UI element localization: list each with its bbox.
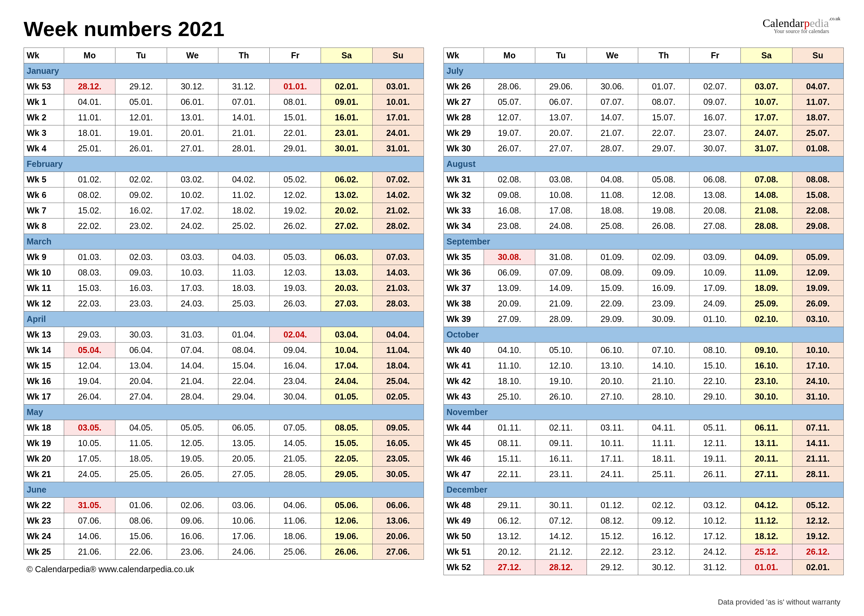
week-row: Wk 3423.08.24.08.25.08.26.08.27.08.28.08…: [444, 218, 844, 234]
date-cell: 05.08.: [638, 172, 689, 187]
date-cell: 09.02.: [115, 187, 167, 203]
week-label: Wk 17: [24, 389, 64, 405]
date-cell: 19.06.: [321, 529, 372, 544]
date-cell: 07.06.: [64, 513, 115, 529]
date-cell: 11.06.: [270, 513, 321, 529]
date-cell: 06.11.: [741, 420, 792, 435]
date-cell: 06.12.: [484, 513, 535, 529]
week-row: Wk 1910.05.11.05.12.05.13.05.14.05.15.05…: [24, 435, 424, 451]
date-cell: 02.12.: [638, 498, 689, 513]
date-cell: 17.01.: [372, 110, 424, 126]
col-header: Tu: [535, 48, 587, 63]
date-cell: 12.05.: [167, 435, 218, 451]
date-cell: 20.11.: [741, 451, 792, 467]
col-header: Th: [638, 48, 689, 63]
date-cell: 09.06.: [167, 513, 218, 529]
date-cell: 13.03.: [321, 265, 372, 281]
date-cell: 02.04.: [270, 327, 321, 343]
week-row: Wk 1405.04.06.04.07.04.08.04.09.04.10.04…: [24, 343, 424, 358]
week-label: Wk 34: [444, 218, 484, 234]
week-row: Wk 1115.03.16.03.17.03.18.03.19.03.20.03…: [24, 281, 424, 296]
date-cell: 09.05.: [372, 420, 424, 435]
date-cell: 20.02.: [321, 203, 372, 218]
week-row: Wk 2231.05.01.06.02.06.03.06.04.06.05.06…: [24, 498, 424, 513]
week-label: Wk 52: [444, 560, 484, 575]
date-cell: 19.12.: [792, 529, 844, 544]
date-cell: 13.11.: [741, 435, 792, 451]
date-cell: 22.04.: [218, 374, 269, 389]
week-label: Wk 4: [24, 141, 64, 156]
date-cell: 26.11.: [689, 467, 741, 482]
date-cell: 29.10.: [689, 389, 741, 405]
week-label: Wk 11: [24, 281, 64, 296]
week-label: Wk 9: [24, 250, 64, 265]
week-row: Wk 4615.11.16.11.17.11.18.11.19.11.20.11…: [444, 451, 844, 467]
week-row: Wk 211.01.12.01.13.01.14.01.15.01.16.01.…: [24, 110, 424, 126]
week-label: Wk 16: [24, 374, 64, 389]
date-cell: 29.04.: [218, 389, 269, 405]
date-cell: 03.04.: [321, 327, 372, 343]
date-cell: 01.03.: [64, 250, 115, 265]
col-header: Th: [218, 48, 269, 63]
date-cell: 07.03.: [372, 250, 424, 265]
date-cell: 22.06.: [115, 544, 167, 560]
week-label: Wk 30: [444, 141, 484, 156]
date-cell: 01.05.: [321, 389, 372, 405]
week-row: Wk 2705.07.06.07.07.07.08.07.09.07.10.07…: [444, 94, 844, 110]
date-cell: 17.08.: [535, 203, 587, 218]
date-cell: 15.10.: [689, 358, 741, 374]
date-cell: 28.05.: [270, 467, 321, 482]
date-cell: 28.09.: [535, 311, 587, 327]
date-cell: 07.09.: [535, 265, 587, 281]
date-cell: 26.09.: [792, 296, 844, 311]
week-row: Wk 4325.10.26.10.27.10.28.10.29.10.30.10…: [444, 389, 844, 405]
date-cell: 05.03.: [270, 250, 321, 265]
page: Week numbers 2021 Calendarpedia.co.uk Yo…: [0, 0, 864, 616]
date-cell: 15.06.: [115, 529, 167, 544]
date-cell: 02.11.: [535, 420, 587, 435]
week-row: Wk 4401.11.02.11.03.11.04.11.05.11.06.11…: [444, 420, 844, 435]
date-cell: 22.05.: [321, 451, 372, 467]
date-cell: 04.11.: [638, 420, 689, 435]
date-cell: 25.05.: [115, 467, 167, 482]
date-cell: 30.01.: [321, 141, 372, 156]
date-cell: 25.08.: [587, 218, 638, 234]
date-cell: 15.05.: [321, 435, 372, 451]
date-cell: 24.09.: [689, 296, 741, 311]
date-cell: 19.07.: [484, 126, 535, 141]
date-cell: 18.01.: [64, 126, 115, 141]
date-cell: 27.01.: [167, 141, 218, 156]
date-cell: 14.02.: [372, 187, 424, 203]
date-cell: 11.08.: [587, 187, 638, 203]
date-cell: 17.07.: [741, 110, 792, 126]
date-cell: 14.11.: [792, 435, 844, 451]
date-cell: 01.11.: [484, 420, 535, 435]
week-label: Wk 50: [444, 529, 484, 544]
week-row: Wk 2124.05.25.05.26.05.27.05.28.05.29.05…: [24, 467, 424, 482]
date-cell: 17.03.: [167, 281, 218, 296]
date-cell: 27.11.: [741, 467, 792, 482]
date-cell: 05.11.: [689, 420, 741, 435]
week-row: Wk 3209.08.10.08.11.08.12.08.13.08.14.08…: [444, 187, 844, 203]
col-header: Fr: [270, 48, 321, 63]
date-cell: 27.12.: [484, 560, 535, 575]
date-cell: 08.02.: [64, 187, 115, 203]
week-row: Wk 104.01.05.01.06.01.07.01.08.01.09.01.…: [24, 94, 424, 110]
date-cell: 21.06.: [64, 544, 115, 560]
week-row: Wk 1726.04.27.04.28.04.29.04.30.04.01.05…: [24, 389, 424, 405]
col-header: We: [167, 48, 218, 63]
date-cell: 26.04.: [64, 389, 115, 405]
date-cell: 28.10.: [638, 389, 689, 405]
date-cell: 27.04.: [115, 389, 167, 405]
week-label: Wk 31: [444, 172, 484, 187]
date-cell: 12.08.: [638, 187, 689, 203]
date-cell: 31.03.: [167, 327, 218, 343]
date-cell: 30.04.: [270, 389, 321, 405]
date-cell: 10.01.: [372, 94, 424, 110]
date-cell: 25.01.: [64, 141, 115, 156]
month-header: July: [444, 63, 844, 79]
date-cell: 24.03.: [167, 296, 218, 311]
date-cell: 04.09.: [741, 250, 792, 265]
date-cell: 27.10.: [587, 389, 638, 405]
week-label: Wk 53: [24, 79, 64, 94]
